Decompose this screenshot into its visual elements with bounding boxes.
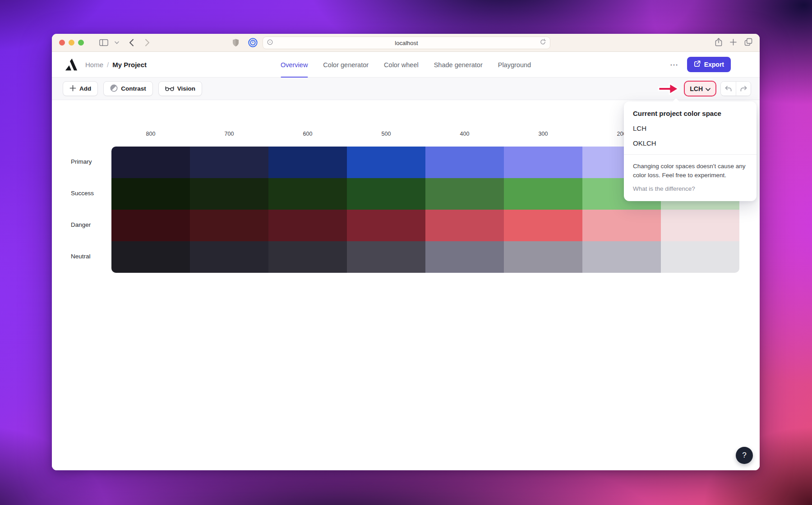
contrast-button-label: Contrast [121, 85, 146, 92]
palette-cell-primary-400[interactable] [425, 147, 504, 178]
color-space-option-oklch[interactable]: OKLCH [633, 139, 747, 147]
chevron-down-icon[interactable] [115, 41, 119, 44]
glasses-icon [165, 85, 174, 93]
palette-cell-primary-600[interactable] [268, 147, 347, 178]
palette-cell-neutral-300[interactable] [504, 241, 582, 273]
chevron-down-icon [706, 85, 710, 92]
column-header-400: 400 [425, 131, 504, 137]
difference-link[interactable]: What is the difference? [633, 185, 747, 192]
traffic-lights [59, 40, 84, 46]
share-icon[interactable] [715, 38, 722, 48]
more-menu-button[interactable]: ⋯ [670, 60, 679, 69]
address-bar[interactable]: localhost [263, 37, 550, 49]
color-space-option-lch[interactable]: LCH [633, 124, 747, 132]
app-toolbar: Add Contrast Vision LCH [52, 78, 760, 100]
color-space-dropdown-panel: Current project color space LCHOKLCH Cha… [624, 101, 757, 201]
main-content: 800700600500400300200100 PrimarySuccessD… [52, 100, 760, 470]
history-buttons [720, 81, 751, 96]
palette-cell-danger-300[interactable] [504, 210, 582, 241]
column-header-600: 600 [268, 131, 347, 137]
palette-cell-danger-800[interactable] [111, 210, 190, 241]
palette-cell-primary-500[interactable] [347, 147, 425, 178]
password-manager-icon[interactable] [248, 38, 258, 49]
close-window-button[interactable] [59, 40, 65, 46]
palette-cell-primary-800[interactable] [111, 147, 190, 178]
url-text: localhost [273, 40, 540, 46]
row-label-danger: Danger [71, 221, 91, 228]
tab-overview[interactable]: Overview [281, 52, 308, 78]
breadcrumb-home-link[interactable]: Home [85, 61, 103, 69]
contrast-button[interactable]: Contrast [103, 81, 153, 96]
vision-button[interactable]: Vision [158, 81, 202, 96]
palette-cell-neutral-600[interactable] [268, 241, 347, 273]
app-logo-icon[interactable] [65, 58, 78, 71]
minimize-window-button[interactable] [69, 40, 74, 46]
palette-cell-neutral-700[interactable] [190, 241, 268, 273]
palette-cell-neutral-200[interactable] [582, 241, 661, 273]
breadcrumb: Home / My Project [85, 61, 147, 69]
palette-cell-neutral-100[interactable] [661, 241, 739, 273]
row-label-neutral: Neutral [71, 253, 91, 260]
palette-cell-success-400[interactable] [425, 178, 504, 210]
row-label-success: Success [71, 190, 94, 197]
reload-icon[interactable] [540, 39, 546, 47]
export-icon [694, 60, 701, 69]
palette-cell-danger-100[interactable] [661, 210, 739, 241]
color-space-value: LCH [690, 85, 703, 92]
undo-button[interactable] [721, 82, 736, 96]
plus-icon [69, 85, 76, 93]
app-header: Home / My Project OverviewColor generato… [52, 52, 760, 78]
column-header-800: 800 [111, 131, 190, 137]
palette-cell-danger-200[interactable] [582, 210, 661, 241]
browser-toolbar: localhost [52, 34, 760, 52]
palette-cell-danger-400[interactable] [425, 210, 504, 241]
annotation-arrow-icon [657, 82, 680, 96]
dropdown-title: Current project color space [633, 110, 747, 117]
dropdown-note: Changing color spaces doesn't cause any … [633, 162, 747, 179]
palette-cell-primary-700[interactable] [190, 147, 268, 178]
dropdown-options: LCHOKLCH [633, 124, 747, 147]
redo-button[interactable] [736, 82, 751, 96]
tab-playground[interactable]: Playground [498, 52, 531, 78]
question-mark-icon: ? [742, 451, 746, 460]
add-color-button[interactable]: Add [63, 81, 98, 96]
palette-cell-danger-600[interactable] [268, 210, 347, 241]
add-button-label: Add [79, 85, 91, 92]
column-header-300: 300 [504, 131, 582, 137]
tab-shade-generator[interactable]: Shade generator [434, 52, 483, 78]
color-space-dropdown-button[interactable]: LCH [684, 81, 716, 96]
palette-cell-success-300[interactable] [504, 178, 582, 210]
breadcrumb-separator: / [107, 61, 109, 69]
palette-cell-neutral-400[interactable] [425, 241, 504, 273]
palette-cell-danger-700[interactable] [190, 210, 268, 241]
export-button-label: Export [704, 61, 724, 68]
palette-cell-success-500[interactable] [347, 178, 425, 210]
tab-overview-icon[interactable] [744, 38, 752, 48]
privacy-shield-icon[interactable] [232, 39, 239, 49]
palette-row-danger [111, 210, 739, 241]
export-button[interactable]: Export [687, 57, 731, 72]
zoom-window-button[interactable] [78, 40, 84, 46]
palette-cell-neutral-500[interactable] [347, 241, 425, 273]
palette-cell-success-700[interactable] [190, 178, 268, 210]
sidebar-toggle-icon[interactable] [99, 39, 108, 46]
page-settings-icon[interactable] [267, 39, 273, 47]
tab-color-generator[interactable]: Color generator [323, 52, 369, 78]
back-button-icon[interactable] [129, 39, 134, 46]
palette-cell-primary-300[interactable] [504, 147, 582, 178]
new-tab-icon[interactable] [730, 39, 737, 47]
palette-row-neutral [111, 241, 739, 273]
tab-color-wheel[interactable]: Color wheel [384, 52, 419, 78]
forward-button-icon[interactable] [145, 39, 150, 46]
column-header-700: 700 [190, 131, 268, 137]
help-button[interactable]: ? [736, 447, 753, 464]
row-label-primary: Primary [71, 158, 92, 165]
dropdown-divider [624, 154, 757, 155]
palette-cell-neutral-800[interactable] [111, 241, 190, 273]
browser-window: localhost Home / My Project OverviewColo… [52, 34, 760, 470]
palette-cell-success-600[interactable] [268, 178, 347, 210]
contrast-icon [110, 84, 118, 93]
palette-cell-success-800[interactable] [111, 178, 190, 210]
column-header-500: 500 [347, 131, 425, 137]
palette-cell-danger-500[interactable] [347, 210, 425, 241]
